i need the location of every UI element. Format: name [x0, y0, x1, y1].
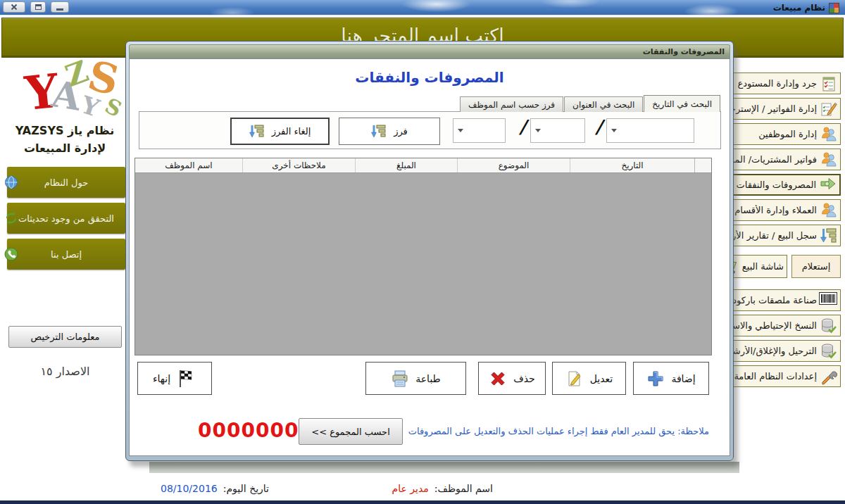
table-body-empty — [135, 173, 711, 355]
contact-us-label: إتصل بنا — [51, 249, 82, 260]
expenses-arrow-icon — [820, 177, 837, 194]
sort-button[interactable]: فرز — [339, 118, 440, 145]
expenses-table[interactable]: التاريخ الموضوع المبلغ ملاحظات أخرى اسم … — [134, 158, 712, 355]
brand-line-1: نظام ياز YAZSYS — [4, 124, 125, 137]
invoices-pencil-icon — [820, 101, 837, 118]
sales-report-icon — [820, 227, 837, 244]
table-header-row: التاريخ الموضوع المبلغ ملاحظات أخرى اسم … — [135, 158, 711, 173]
edit-button[interactable]: تعديل — [552, 362, 626, 395]
tab-search-by-title[interactable]: البحث في العنوان — [564, 96, 643, 112]
employee-label: اسم الموظف: — [434, 483, 493, 494]
inventory-checklist-icon — [820, 75, 837, 92]
bottom-edge-strip — [0, 500, 845, 504]
delete-button[interactable]: حذف — [478, 362, 546, 395]
manager-note: ملاحظة: يحق للمدير العام فقط إجراء عمليا… — [408, 426, 709, 436]
employee-value: مدير عام — [392, 483, 429, 494]
date-combo-month[interactable] — [530, 118, 585, 143]
restore-icon[interactable] — [30, 1, 46, 13]
brand-line-2: لإدارة المبيعات — [4, 141, 125, 155]
column-header-amount[interactable]: المبلغ — [355, 158, 457, 172]
employees-people-icon — [820, 126, 837, 143]
customers-people-icon — [820, 202, 837, 219]
window-title: نظام مبيعات — [773, 1, 839, 14]
tab-label: البحث في التاريخ — [652, 99, 712, 109]
sale-screen-label: شاشة البيع — [742, 261, 784, 272]
date-combo-day[interactable] — [606, 118, 694, 143]
date-separator: / — [596, 116, 603, 137]
tab-sort-by-employee[interactable]: فرز حسب اسم الموظف — [460, 96, 563, 112]
dialog-shadow — [149, 462, 739, 473]
inquiry-button[interactable]: إستعلام — [791, 255, 841, 278]
finish-button[interactable]: إنهاء — [137, 362, 212, 395]
date-label: تاريخ اليوم: — [223, 483, 269, 494]
barcode-icon — [820, 292, 837, 309]
chevron-down-icon — [458, 129, 463, 135]
printer-icon — [391, 370, 409, 388]
print-button[interactable]: طباعة — [365, 362, 466, 395]
tab-label: فرز حسب اسم الموظف — [468, 100, 555, 110]
edit-pencil-icon — [565, 370, 584, 388]
globe-icon — [4, 175, 18, 189]
contact-us-button[interactable]: إتصل بنا — [7, 239, 125, 270]
check-updates-label: التحقق من وجود تحديثات — [18, 213, 114, 224]
date-value: 08/10/2016 — [161, 483, 218, 494]
date-search-panel: / / فرز إلغاء الفرز — [139, 111, 721, 149]
column-header-subject[interactable]: الموضوع — [457, 158, 570, 172]
about-system-label: حول النظام — [44, 177, 89, 188]
inquiry-label: إستعلام — [802, 261, 831, 272]
column-header-employee[interactable]: اسم الموظف — [135, 158, 242, 172]
calculate-total-button[interactable]: احسب المجموع >> — [299, 418, 403, 445]
window-titlebar: نظام مبيعات — [0, 0, 845, 15]
tab-search-by-date[interactable]: البحث في التاريخ — [644, 95, 720, 112]
license-info-button[interactable]: معلومات الترخيص — [8, 326, 122, 348]
app-icon — [829, 3, 839, 13]
minimize-icon[interactable] — [51, 1, 69, 13]
dialog-body: المصروفات والنفقات البحث في التاريخ البح… — [129, 58, 730, 456]
edit-label: تعديل — [590, 373, 613, 384]
sort-icon — [371, 124, 387, 139]
clear-sort-label: إلغاء الفرز — [272, 126, 311, 137]
dialog-heading: المصروفات والنفقات — [130, 69, 730, 86]
about-system-button[interactable]: حول النظام — [7, 167, 125, 198]
expenses-dialog: المصروفات والنفقات المصروفات والنفقات ال… — [125, 41, 734, 461]
sort-icon — [249, 124, 265, 139]
add-label: إضافة — [671, 373, 695, 384]
clear-sort-button[interactable]: إلغاء الفرز — [230, 118, 330, 145]
column-header-notes[interactable]: ملاحظات أخرى — [242, 158, 355, 172]
checkered-flag-icon — [177, 369, 196, 389]
chevron-down-icon — [611, 129, 617, 135]
refresh-icon — [4, 211, 18, 225]
column-header-date[interactable]: التاريخ — [570, 158, 694, 172]
status-date: تاريخ اليوم: 08/10/2016 — [161, 483, 269, 494]
yazsys-logo: Y A Z S Y S — [20, 63, 129, 128]
phone-icon — [4, 247, 18, 261]
license-info-label: معلومات الترخيص — [30, 332, 99, 342]
date-separator: / — [520, 116, 527, 137]
status-employee: اسم الموظف: مدير عام — [392, 483, 493, 494]
status-bar: اسم الموظف: مدير عام تاريخ اليوم: 08/10/… — [0, 476, 845, 500]
dialog-title-text: المصروفات والنفقات — [643, 47, 725, 56]
delete-label: حذف — [513, 373, 535, 384]
close-icon[interactable] — [3, 1, 25, 13]
dialog-titlebar[interactable]: المصروفات والنفقات — [129, 44, 730, 58]
date-combo-year[interactable] — [453, 118, 506, 143]
suppliers-people-icon — [820, 151, 837, 168]
sort-label: فرز — [394, 126, 408, 137]
add-button[interactable]: إضافة — [633, 362, 709, 395]
check-updates-button[interactable]: التحقق من وجود تحديثات — [7, 203, 125, 234]
window-controls — [3, 1, 69, 13]
print-label: طباعة — [415, 373, 441, 384]
window-title-text: نظام مبيعات — [773, 3, 825, 13]
archive-database-icon — [820, 343, 837, 360]
total-value: 0000000 — [198, 419, 281, 442]
finish-label: إنهاء — [153, 373, 170, 384]
left-button-group: حول النظام التحقق من وجود تحديثات إتصل ب… — [7, 167, 125, 275]
delete-x-icon — [489, 370, 507, 388]
backup-database-icon — [820, 317, 837, 334]
add-plus-icon — [646, 370, 665, 388]
settings-tools-icon — [820, 368, 837, 385]
tab-label: البحث في العنوان — [572, 100, 634, 110]
version-text: الاصدار ١٥ — [8, 365, 122, 378]
row-header-stub — [694, 158, 711, 172]
app-window: نظام مبيعات اكتب اسم المتجر هنا Y A Z S … — [0, 0, 845, 504]
